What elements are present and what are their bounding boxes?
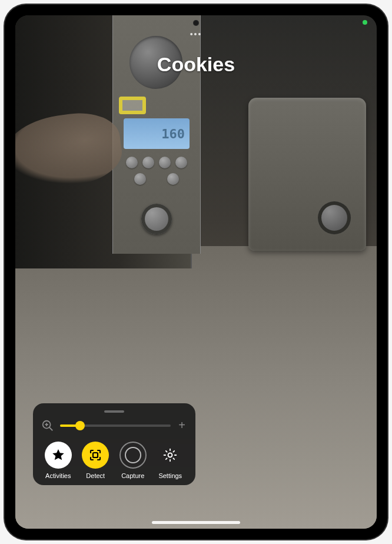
oven-button bbox=[142, 157, 154, 168]
capture-button[interactable]: Capture bbox=[116, 442, 150, 479]
star-icon bbox=[45, 442, 72, 469]
camera-in-use-indicator bbox=[363, 20, 367, 25]
zoom-slider-thumb[interactable] bbox=[75, 421, 85, 430]
more-indicator-icon[interactable]: ••• bbox=[190, 29, 202, 39]
home-indicator[interactable] bbox=[152, 521, 240, 524]
capture-label: Capture bbox=[121, 472, 144, 479]
activities-label: Activities bbox=[45, 472, 71, 479]
svg-point-5 bbox=[168, 453, 172, 457]
oven-button bbox=[167, 173, 179, 185]
svg-rect-4 bbox=[93, 453, 98, 457]
detect-button[interactable]: Detect bbox=[79, 442, 113, 479]
oven-button bbox=[126, 157, 138, 168]
mode-buttons-row: Activities Detect bbox=[41, 442, 187, 479]
gear-icon bbox=[157, 442, 184, 469]
oven-start-button bbox=[141, 204, 172, 234]
detect-label: Detect bbox=[86, 472, 105, 479]
svg-line-1 bbox=[49, 427, 53, 430]
zoom-slider-row: + bbox=[41, 419, 187, 432]
detection-title: Cookies bbox=[15, 53, 377, 76]
oven-button bbox=[175, 157, 187, 168]
settings-button[interactable]: Settings bbox=[154, 442, 188, 479]
oven-lcd: 160 bbox=[124, 118, 190, 149]
front-camera-dot bbox=[193, 20, 199, 26]
toaster-knob bbox=[318, 201, 351, 234]
screen: 160 ••• bbox=[15, 15, 377, 529]
detect-icon bbox=[82, 442, 109, 469]
countertop-surface bbox=[15, 246, 377, 529]
zoom-slider[interactable] bbox=[60, 424, 171, 427]
oven-button bbox=[134, 173, 146, 185]
zoom-in-icon[interactable]: + bbox=[177, 419, 187, 432]
capture-icon bbox=[119, 442, 147, 469]
oven-button bbox=[159, 157, 171, 168]
activities-button[interactable]: Activities bbox=[41, 442, 75, 479]
settings-label: Settings bbox=[158, 472, 182, 479]
detection-highlight-box bbox=[119, 97, 146, 114]
ipad-frame: 160 ••• bbox=[5, 5, 387, 539]
panel-grabber[interactable] bbox=[104, 410, 124, 413]
magnifier-controls-panel[interactable]: + Activities bbox=[33, 403, 195, 485]
toaster bbox=[248, 98, 366, 251]
zoom-out-icon[interactable] bbox=[41, 419, 54, 432]
oven-control-panel: 160 bbox=[112, 15, 201, 254]
